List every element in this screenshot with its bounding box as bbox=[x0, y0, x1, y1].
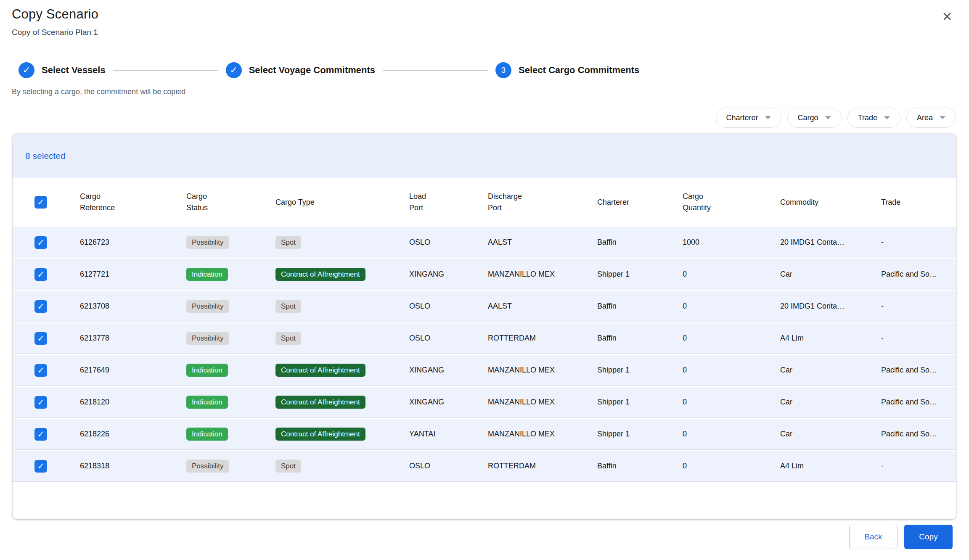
cargo-status-badge: Possibility bbox=[186, 332, 229, 345]
table-row[interactable]: 6213708 Possibility Spot OSLO AALST Baff… bbox=[13, 291, 956, 322]
cargo-table-card: 8 selected Cargo Reference Cargo Status … bbox=[13, 134, 956, 519]
step-connector bbox=[113, 70, 218, 71]
discharge-port: MANZANILLO MEX bbox=[488, 259, 597, 290]
cargo-status-badge: Possibility bbox=[186, 460, 229, 473]
trade-filter-dropdown[interactable]: Trade bbox=[847, 108, 900, 128]
step-complete-check-icon bbox=[19, 62, 34, 78]
cargo-reference: 6213708 bbox=[80, 291, 186, 322]
step-select-voyage-commitments[interactable]: Select Voyage Commitments bbox=[226, 62, 375, 78]
load-port: XINGANG bbox=[409, 387, 488, 418]
cargo-type-badge: Spot bbox=[275, 236, 301, 249]
cargo-status-badge: Possibility bbox=[186, 236, 229, 249]
cargo-quantity: 0 bbox=[683, 451, 780, 482]
charterer: Shipper 1 bbox=[597, 259, 683, 290]
cargo-status-badge: Indication bbox=[186, 364, 228, 377]
charterer: Shipper 1 bbox=[597, 355, 683, 386]
back-button[interactable]: Back bbox=[849, 525, 898, 549]
trade: Pacific and So… bbox=[881, 387, 956, 418]
close-icon[interactable] bbox=[938, 8, 956, 26]
area-filter-dropdown[interactable]: Area bbox=[906, 108, 956, 128]
table-row[interactable]: 6127721 Indication Contract of Affreight… bbox=[13, 259, 956, 290]
dialog-header: Copy Scenario Copy of Scenario Plan 1 bbox=[12, 7, 98, 37]
stepper: Select Vessels Select Voyage Commitments… bbox=[19, 62, 639, 78]
cargo-type-badge: Spot bbox=[275, 460, 301, 473]
charterer: Shipper 1 bbox=[597, 419, 683, 450]
selection-count: 8 selected bbox=[25, 151, 66, 161]
trade: Pacific and So… bbox=[881, 355, 956, 386]
discharge-port: MANZANILLO MEX bbox=[488, 419, 597, 450]
row-checkbox[interactable] bbox=[34, 300, 47, 313]
chevron-down-icon bbox=[825, 116, 831, 119]
load-port: OSLO bbox=[409, 291, 488, 322]
row-checkbox[interactable] bbox=[34, 364, 47, 377]
table-row[interactable]: 6217649 Indication Contract of Affreight… bbox=[13, 355, 956, 386]
discharge-port: AALST bbox=[488, 291, 597, 322]
chevron-down-icon bbox=[884, 116, 890, 119]
load-port: XINGANG bbox=[409, 355, 488, 386]
commodity: Car bbox=[780, 387, 881, 418]
trade: - bbox=[881, 227, 956, 258]
dialog-footer: Back Copy bbox=[849, 525, 953, 549]
cargo-filter-dropdown[interactable]: Cargo bbox=[787, 108, 842, 128]
discharge-port: ROTTERDAM bbox=[488, 323, 597, 354]
column-header-charterer: Charterer bbox=[597, 179, 683, 226]
commodity: Car bbox=[780, 355, 881, 386]
charterer: Shipper 1 bbox=[597, 387, 683, 418]
step-number-badge: 3 bbox=[495, 62, 511, 78]
charterer: Baffin bbox=[597, 451, 683, 482]
charterer: Baffin bbox=[597, 323, 683, 354]
step-label: Select Vessels bbox=[42, 65, 106, 76]
discharge-port: MANZANILLO MEX bbox=[488, 387, 597, 418]
column-header-cargo-type: Cargo Type bbox=[275, 179, 409, 226]
cargo-type-badge: Contract of Affreightment bbox=[275, 364, 365, 377]
table-row[interactable]: 6126723 Possibility Spot OSLO AALST Baff… bbox=[13, 227, 956, 258]
row-checkbox[interactable] bbox=[34, 428, 47, 441]
step-complete-check-icon bbox=[226, 62, 242, 78]
row-checkbox[interactable] bbox=[34, 332, 47, 345]
column-header-cargo-status: Cargo Status bbox=[186, 179, 275, 226]
cargo-reference: 6218120 bbox=[80, 387, 186, 418]
column-header-discharge-port: Discharge Port bbox=[488, 179, 597, 226]
select-all-checkbox[interactable] bbox=[34, 196, 47, 209]
discharge-port: AALST bbox=[488, 227, 597, 258]
filter-bar: Charterer Cargo Trade Area bbox=[716, 108, 956, 128]
step-select-cargo-commitments[interactable]: 3 Select Cargo Commitments bbox=[495, 62, 639, 78]
table-row[interactable]: 6218226 Indication Contract of Affreight… bbox=[13, 419, 956, 450]
cargo-quantity: 0 bbox=[683, 323, 780, 354]
step-select-vessels[interactable]: Select Vessels bbox=[19, 62, 106, 78]
row-checkbox[interactable] bbox=[34, 268, 47, 281]
column-header-cargo-quantity: Cargo Quantity bbox=[683, 179, 780, 226]
cargo-type-badge: Contract of Affreightment bbox=[275, 268, 365, 281]
commodity: 20 IMDG1 Conta… bbox=[780, 291, 881, 322]
copy-button[interactable]: Copy bbox=[904, 525, 953, 549]
table-row[interactable]: 6218318 Possibility Spot OSLO ROTTERDAM … bbox=[13, 451, 956, 482]
load-port: OSLO bbox=[409, 323, 488, 354]
table-header-row: Cargo Reference Cargo Status Cargo Type … bbox=[13, 179, 956, 226]
row-checkbox[interactable] bbox=[34, 460, 47, 473]
trade: - bbox=[881, 323, 956, 354]
cargo-type-badge: Contract of Affreightment bbox=[275, 428, 365, 441]
cargo-status-badge: Indication bbox=[186, 396, 228, 409]
charterer-filter-dropdown[interactable]: Charterer bbox=[716, 108, 781, 128]
trade: - bbox=[881, 451, 956, 482]
load-port: OSLO bbox=[409, 227, 488, 258]
dialog-subtitle: Copy of Scenario Plan 1 bbox=[12, 28, 98, 37]
column-header-commodity: Commodity bbox=[780, 179, 881, 226]
table-row[interactable]: 6213778 Possibility Spot OSLO ROTTERDAM … bbox=[13, 323, 956, 354]
trade: Pacific and So… bbox=[881, 259, 956, 290]
cargo-status-badge: Possibility bbox=[186, 300, 229, 313]
row-checkbox[interactable] bbox=[34, 236, 47, 249]
cargo-status-badge: Indication bbox=[186, 428, 228, 441]
cargo-quantity: 1000 bbox=[683, 227, 780, 258]
step-label: Select Cargo Commitments bbox=[519, 65, 639, 76]
trade: - bbox=[881, 291, 956, 322]
trade: Pacific and So… bbox=[881, 419, 956, 450]
table-row[interactable]: 6218120 Indication Contract of Affreight… bbox=[13, 387, 956, 418]
cargo-reference: 6126723 bbox=[80, 227, 186, 258]
commodity: Car bbox=[780, 419, 881, 450]
column-header-cargo-reference: Cargo Reference bbox=[80, 179, 186, 226]
discharge-port: ROTTERDAM bbox=[488, 451, 597, 482]
row-checkbox[interactable] bbox=[34, 396, 47, 409]
commodity: Car bbox=[780, 259, 881, 290]
chevron-down-icon bbox=[765, 116, 771, 119]
